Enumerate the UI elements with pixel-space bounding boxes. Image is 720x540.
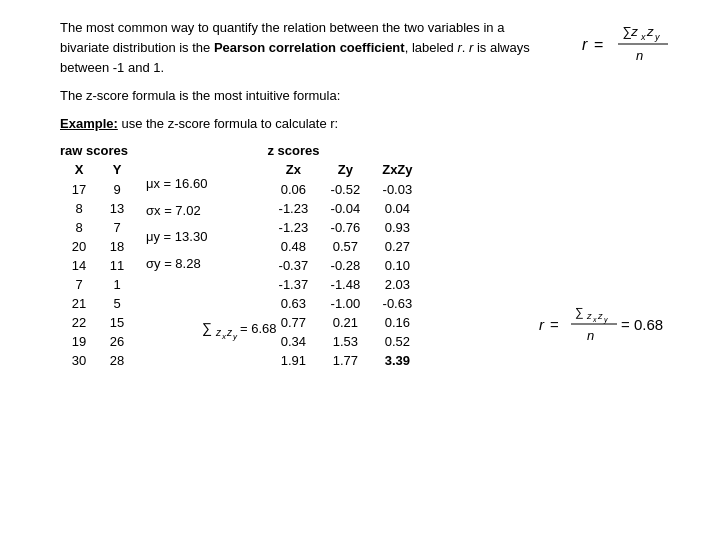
z-zx-cell: 0.06	[267, 180, 319, 199]
raw-table: X Y 179813872018141171215221519263028	[60, 160, 136, 370]
zscore-text: The z-score formula is the most intuitiv…	[60, 88, 340, 103]
svg-text:r: r	[582, 36, 588, 53]
svg-text:= 6.68: = 6.68	[240, 321, 277, 336]
svg-text:x: x	[592, 316, 597, 323]
z-zy-cell: -0.76	[319, 218, 371, 237]
raw-table-row: 2018	[60, 237, 136, 256]
zscore-line: The z-score formula is the most intuitiv…	[60, 86, 690, 106]
intro-line2: bivariate distribution is the	[60, 40, 214, 55]
svg-text:x: x	[640, 32, 646, 42]
intro-text: The most common way to quantify the rela…	[60, 18, 590, 78]
intro-line4: .	[462, 40, 469, 55]
raw-y-cell: 11	[98, 256, 136, 275]
stat-item: μy = 13.30	[146, 224, 207, 251]
formula-bottom: r = ∑ z x z y n = 0.68	[537, 294, 692, 352]
col-header-zxzy: ZxZy	[371, 160, 423, 180]
intro-line3: , labeled	[405, 40, 458, 55]
intro-line5: is always	[473, 40, 529, 55]
raw-x-cell: 22	[60, 313, 98, 332]
svg-text:∑: ∑	[575, 305, 584, 319]
svg-text:n: n	[587, 328, 594, 343]
raw-x-cell: 7	[60, 275, 98, 294]
z-table-row: -1.37-1.482.03	[267, 275, 423, 294]
raw-y-cell: 1	[98, 275, 136, 294]
z-zy-cell: 0.57	[319, 237, 371, 256]
stat-label: μx =	[146, 176, 171, 191]
z-zxzy-cell: 0.10	[371, 256, 423, 275]
raw-y-cell: 26	[98, 332, 136, 351]
stat-label: μy =	[146, 229, 171, 244]
z-zxzy-cell: 2.03	[371, 275, 423, 294]
raw-x-cell: 30	[60, 351, 98, 370]
stat-item: σx = 7.02	[146, 198, 207, 225]
z-zx-cell: -0.37	[267, 256, 319, 275]
intro-line6: between -1 and 1.	[60, 60, 164, 75]
raw-x-cell: 19	[60, 332, 98, 351]
z-table-row: -1.23-0.760.93	[267, 218, 423, 237]
svg-text:=: =	[550, 316, 559, 333]
z-zxzy-cell: 0.04	[371, 199, 423, 218]
svg-text:y: y	[654, 32, 660, 42]
raw-y-cell: 5	[98, 294, 136, 313]
stat-value: 13.30	[175, 229, 208, 244]
col-header-zy: Zy	[319, 160, 371, 180]
z-zy-cell: -1.48	[319, 275, 371, 294]
z-zx-cell: 1.91	[267, 351, 319, 370]
raw-x-cell: 14	[60, 256, 98, 275]
example-line: Example: use the z-score formula to calc…	[60, 116, 690, 131]
z-table-row: -0.37-0.280.10	[267, 256, 423, 275]
sum-formula: ∑ z x z y = 6.68	[200, 299, 400, 352]
raw-table-row: 87	[60, 218, 136, 237]
z-zx-cell: -1.37	[267, 275, 319, 294]
raw-table-row: 179	[60, 180, 136, 199]
raw-x-cell: 17	[60, 180, 98, 199]
col-header-x: X	[60, 160, 98, 180]
raw-y-cell: 15	[98, 313, 136, 332]
z-table-row: 0.480.570.27	[267, 237, 423, 256]
raw-scores-header: raw scores	[60, 143, 136, 158]
raw-x-cell: 21	[60, 294, 98, 313]
stat-value: 7.02	[175, 203, 200, 218]
z-zy-cell: 1.77	[319, 351, 371, 370]
svg-text:y: y	[603, 316, 608, 324]
sum-formula-svg: ∑ z x z y = 6.68	[200, 299, 400, 349]
z-scores-header: z scores	[267, 143, 423, 158]
raw-table-row: 2215	[60, 313, 136, 332]
stat-label: σy =	[146, 256, 172, 271]
col-header-zx: Zx	[267, 160, 319, 180]
raw-scores-section: raw scores X Y 1798138720181411712152215…	[60, 143, 136, 370]
z-zxzy-cell: 0.93	[371, 218, 423, 237]
z-table-row: 1.911.773.39	[267, 351, 423, 370]
raw-y-cell: 13	[98, 199, 136, 218]
raw-x-cell: 8	[60, 218, 98, 237]
raw-x-cell: 20	[60, 237, 98, 256]
svg-text:∑: ∑	[202, 320, 212, 336]
z-table-row: -1.23-0.040.04	[267, 199, 423, 218]
stat-value: 16.60	[175, 176, 208, 191]
raw-table-row: 1411	[60, 256, 136, 275]
raw-y-cell: 7	[98, 218, 136, 237]
svg-text:z: z	[586, 311, 592, 321]
z-table-row: 0.06-0.52-0.03	[267, 180, 423, 199]
raw-y-cell: 28	[98, 351, 136, 370]
example-label: Example:	[60, 116, 118, 131]
raw-table-row: 3028	[60, 351, 136, 370]
formula-top-svg: r = ∑z x z y n	[578, 14, 688, 74]
intro-bold1: Pearson correlation coefficient	[214, 40, 405, 55]
z-zy-cell: -0.52	[319, 180, 371, 199]
svg-text:y: y	[232, 332, 238, 341]
page: r = ∑z x z y n The most common way to qu…	[0, 0, 720, 380]
stats-col: μx = 16.60σx = 7.02μy = 13.30σy = 8.28	[146, 171, 207, 278]
svg-text:∑z: ∑z	[622, 24, 638, 39]
raw-table-row: 1926	[60, 332, 136, 351]
stat-item: μx = 16.60	[146, 171, 207, 198]
formula-bottom-svg: r = ∑ z x z y n = 0.68	[537, 294, 717, 349]
z-zx-cell: -1.23	[267, 199, 319, 218]
raw-y-cell: 18	[98, 237, 136, 256]
svg-text:z: z	[215, 327, 222, 338]
svg-text:z: z	[226, 327, 233, 338]
z-zxzy-cell: -0.03	[371, 180, 423, 199]
z-zx-cell: -1.23	[267, 218, 319, 237]
formula-top: r = ∑z x z y n	[578, 14, 688, 77]
svg-text:n: n	[636, 48, 643, 63]
